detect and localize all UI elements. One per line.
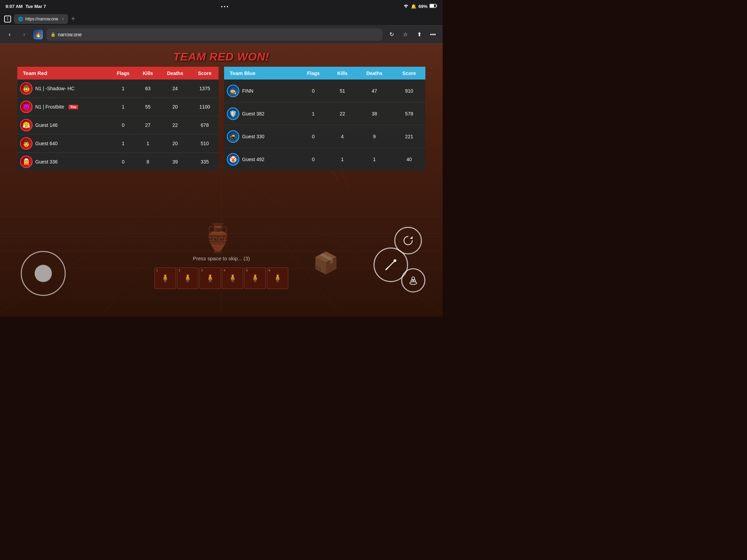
blue-col-deaths: Deaths [356, 67, 393, 80]
crouch-button[interactable] [401, 268, 425, 292]
player-score: 1375 [191, 80, 219, 98]
team-red-header-row: Team Red Flags Kills Deaths Score [17, 67, 219, 80]
avatar: 👨 [20, 137, 33, 150]
player-score: 40 [393, 148, 425, 171]
player-score: 510 [191, 134, 219, 153]
wifi-icon [403, 4, 409, 9]
red-col-name: Team Red [17, 67, 110, 80]
tab-count[interactable]: 1 [4, 16, 11, 22]
weapon-slot-2[interactable]: 2 🧍 [177, 268, 199, 289]
status-center: • • • [221, 4, 228, 9]
tab-add-button[interactable]: + [71, 15, 75, 23]
scene-object-chest: 📦 [313, 251, 339, 275]
player-flags: 0 [110, 116, 137, 134]
svg-point-16 [410, 282, 417, 284]
player-deaths: 39 [159, 153, 191, 171]
victory-title: TEAM RED WON! [17, 50, 425, 63]
weapon-slot-4[interactable]: 4 🧍 [222, 268, 243, 289]
status-right: 🔔 69% [403, 4, 437, 9]
table-row: 🧙 FINN 0 51 47 910 [224, 80, 425, 102]
you-badge: You [68, 105, 78, 109]
battery-icon [430, 4, 437, 9]
team-red-table: Team Red Flags Kills Deaths Score 🤠 N1 | [17, 67, 219, 171]
player-name-cell: 🛡️ Guest 382 [224, 102, 298, 125]
address-bar[interactable]: 🔒 narrow.one [46, 28, 382, 41]
player-kills: 51 [329, 80, 356, 102]
weapon-slot-1[interactable]: 1 🧍 [155, 268, 176, 289]
tab-favicon: 🌐 [18, 17, 23, 21]
weapon-figure: 🧍 [228, 274, 237, 283]
bookmark-button[interactable]: ☆ [400, 29, 411, 40]
player-deaths: 20 [159, 134, 191, 153]
back-button[interactable]: ‹ [4, 29, 15, 40]
player-name-cell: 🤡 Guest 492 [224, 148, 298, 171]
player-name: N1 | -Shadow- HC [35, 86, 74, 91]
player-name: Guest 146 [35, 122, 58, 128]
table-row: 🧝 Guest 336 0 8 39 335 [17, 153, 219, 171]
tab-item-narrow[interactable]: 🌐 https://narrow.one × [14, 14, 68, 24]
player-name-cell: 😤 Guest 146 [17, 116, 110, 134]
weapon-slot-6[interactable]: 6 🧍 [267, 268, 288, 289]
battery-level: 69% [418, 4, 427, 9]
tab-close[interactable]: × [62, 17, 64, 21]
player-name-cell: 🥷 Guest 330 [224, 125, 298, 148]
game-viewport: 🏺 📦 TEAM RED WON! Team Red Flags Kills D… [0, 44, 443, 317]
forward-button[interactable]: › [19, 29, 30, 40]
player-name: N1 | Frostbite [35, 104, 64, 110]
player-flags: 1 [110, 80, 137, 98]
weapon-figure: 🧍 [250, 274, 260, 283]
blue-col-score: Score [393, 67, 425, 80]
player-name-cell: 🧝 Guest 336 [17, 153, 110, 171]
scene-object-bottle: 🏺 [201, 222, 235, 254]
player-score: 1100 [191, 98, 219, 116]
alarm-icon: 🔔 [411, 4, 416, 9]
status-left: 9:07 AM Tue Mar 7 [6, 4, 46, 9]
status-bar: 9:07 AM Tue Mar 7 • • • 🔔 69% [0, 0, 443, 12]
blue-col-flags: Flags [298, 67, 329, 80]
weapon-figure: 🧍 [183, 274, 192, 283]
red-col-score: Score [191, 67, 219, 80]
team-blue-body: 🧙 FINN 0 51 47 910 🛡️ [224, 80, 425, 171]
nav-actions: ↻ ☆ ⬆ ••• [386, 29, 439, 40]
table-row: 😈 N1 | Frostbite You 1 55 20 1100 [17, 98, 219, 116]
avatar: 🛡️ [227, 108, 239, 120]
tab-bar: 1 🌐 https://narrow.one × + [0, 12, 443, 26]
player-kills: 4 [329, 125, 356, 148]
player-kills: 55 [136, 98, 159, 116]
player-kills: 27 [136, 116, 159, 134]
player-deaths: 22 [159, 116, 191, 134]
table-row: 👨 Guest 640 1 1 20 510 [17, 134, 219, 153]
weapon-slot-3[interactable]: 3 🧍 [200, 268, 221, 289]
player-name: Guest 640 [35, 141, 58, 146]
svg-point-17 [412, 277, 415, 280]
status-date: Tue Mar 7 [25, 4, 46, 9]
site-favicon: 🔥 [33, 30, 43, 39]
teams-container: Team Red Flags Kills Deaths Score 🤠 N1 | [17, 67, 425, 171]
weapon-figure: 🧍 [205, 274, 215, 283]
player-flags: 0 [298, 80, 329, 102]
table-row: 🤠 N1 | -Shadow- HC 1 63 24 1375 [17, 80, 219, 98]
player-deaths: 38 [356, 102, 393, 125]
player-name-cell: 🧙 FINN [224, 80, 298, 102]
player-name: FINN [242, 88, 253, 94]
joystick[interactable] [21, 251, 66, 296]
share-button[interactable]: ⬆ [414, 29, 425, 40]
player-flags: 1 [298, 102, 329, 125]
player-deaths: 1 [356, 148, 393, 171]
player-kills: 8 [136, 153, 159, 171]
player-score: 678 [191, 116, 219, 134]
blue-col-kills: Kills [329, 67, 356, 80]
player-deaths: 20 [159, 98, 191, 116]
avatar: 😈 [20, 101, 33, 113]
player-name-cell: 🤠 N1 | -Shadow- HC [17, 80, 110, 98]
table-row: 🛡️ Guest 382 1 22 38 578 [224, 102, 425, 125]
more-button[interactable]: ••• [427, 29, 439, 40]
player-deaths: 24 [159, 80, 191, 98]
player-flags: 1 [110, 98, 137, 116]
player-name: Guest 492 [242, 157, 265, 162]
refresh-button[interactable]: ↻ [386, 29, 397, 40]
player-kills: 1 [329, 148, 356, 171]
weapon-slot-5[interactable]: 5 🧍 [245, 268, 266, 289]
table-row: 🤡 Guest 492 0 1 1 40 [224, 148, 425, 171]
svg-point-15 [394, 259, 396, 262]
